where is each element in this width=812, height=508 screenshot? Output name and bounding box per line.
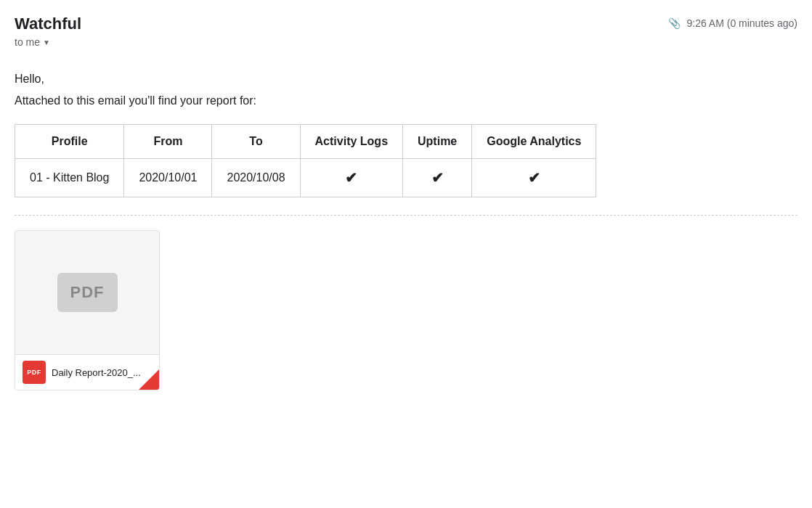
attachment-preview: PDF <box>15 231 159 354</box>
email-header: Watchful 📎 9:26 AM (0 minutes ago) <box>15 15 797 33</box>
to-me-dropdown[interactable]: to me ▼ <box>15 36 797 48</box>
attachment-card[interactable]: PDF PDF Daily Report-2020_... <box>15 230 160 390</box>
cell-activity-logs: ✔ <box>300 159 402 197</box>
cell-google-analytics: ✔ <box>472 159 596 197</box>
pdf-icon: PDF <box>23 361 46 384</box>
col-activity-logs: Activity Logs <box>300 125 402 159</box>
intro-text: Attached to this email you'll find your … <box>15 91 797 110</box>
col-uptime: Uptime <box>403 125 472 159</box>
sender-name: Watchful <box>15 15 81 33</box>
report-table: Profile From To Activity Logs Uptime Goo… <box>15 124 596 197</box>
corner-decoration <box>139 369 159 390</box>
timestamp-area: 📎 9:26 AM (0 minutes ago) <box>668 17 797 29</box>
attachment-filename: Daily Report-2020_... <box>52 367 141 378</box>
cell-to: 2020/10/08 <box>212 159 300 197</box>
col-to: To <box>212 125 300 159</box>
col-google-analytics: Google Analytics <box>472 125 596 159</box>
table-row: 01 - Kitten Blog 2020/10/01 2020/10/08 ✔… <box>15 159 596 197</box>
col-from: From <box>124 125 212 159</box>
cell-profile: 01 - Kitten Blog <box>15 159 124 197</box>
chevron-down-icon: ▼ <box>43 38 50 46</box>
pdf-preview-badge: PDF <box>57 273 118 312</box>
email-body: Hello, Attached to this email you'll fin… <box>15 70 797 110</box>
col-profile: Profile <box>15 125 124 159</box>
attachment-footer: PDF Daily Report-2020_... <box>15 354 159 390</box>
cell-from: 2020/10/01 <box>124 159 212 197</box>
timestamp: 9:26 AM (0 minutes ago) <box>686 17 797 29</box>
paperclip-icon: 📎 <box>668 17 681 29</box>
attachment-area: PDF PDF Daily Report-2020_... <box>15 230 797 390</box>
section-divider <box>15 215 797 216</box>
to-me-label: to me <box>15 36 40 48</box>
greeting: Hello, <box>15 70 797 89</box>
table-header-row: Profile From To Activity Logs Uptime Goo… <box>15 125 596 159</box>
cell-uptime: ✔ <box>403 159 472 197</box>
email-container: Watchful 📎 9:26 AM (0 minutes ago) to me… <box>15 15 797 390</box>
